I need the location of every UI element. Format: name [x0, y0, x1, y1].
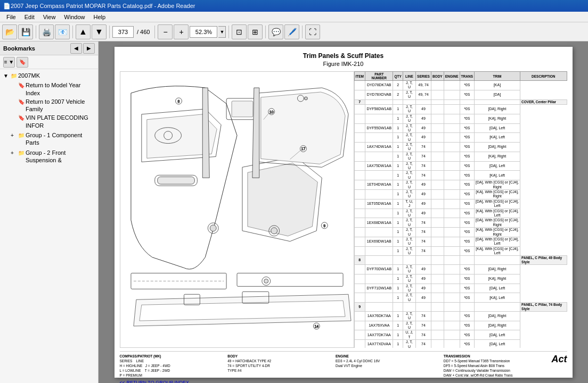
page-number-input[interactable]	[112, 26, 134, 38]
menu-view[interactable]: View	[39, 13, 60, 21]
table-cell: 1	[393, 274, 403, 284]
tree-item-return-vehicle[interactable]: 🔖 Return to 2007 Vehicle Family	[10, 97, 96, 114]
fit-page-button[interactable]: ⊡	[232, 24, 247, 39]
zoom-in-button[interactable]: +	[174, 24, 189, 39]
tree-item-group2[interactable]: + 📁 Group - 2 Front Suspension &	[10, 148, 96, 165]
table-cell: 1AX76DK7AA	[365, 311, 393, 321]
tree-item-return-model[interactable]: 🔖 Return to Model Year Index	[10, 81, 96, 97]
table-cell: 49	[416, 133, 431, 143]
table-cell: 49	[416, 209, 431, 218]
table-cell: *0S	[460, 189, 474, 199]
table-cell	[444, 321, 460, 330]
table-row: 1AX77XDVAA1J, T, U74*0S[DA], Left	[354, 340, 567, 348]
table-cell: 2	[393, 81, 403, 90]
save-button[interactable]: 💾	[18, 24, 33, 39]
expand-sidebar-button[interactable]: ▶	[83, 43, 95, 54]
table-cell: J, T, U	[403, 218, 415, 228]
table-cell	[431, 330, 444, 340]
bookmarks-header: Bookmarks ◀ ▶	[0, 41, 98, 55]
table-cell: *0S	[460, 265, 474, 274]
table-cell	[431, 114, 444, 123]
table-cell	[431, 274, 444, 284]
table-cell: *0S	[460, 293, 474, 303]
table-cell: 74	[416, 161, 431, 171]
sidebar-bookmark-button[interactable]: 🔖	[17, 57, 28, 68]
table-cell	[354, 209, 365, 218]
table-cell: 74	[416, 321, 431, 330]
document-area[interactable]: Trim Panels & Scuff Plates Figure IMK-21…	[99, 41, 588, 383]
table-cell	[444, 237, 460, 246]
table-cell	[354, 330, 365, 340]
tree-toggle-2007mk[interactable]: ▼	[3, 72, 11, 79]
table-cell	[365, 189, 393, 199]
main-area: Bookmarks ◀ ▶ ≡ ▼ 🔖 ▼ 📁 2007MK 🔖 Return …	[0, 41, 588, 383]
sidebar-options-button[interactable]: ≡ ▼	[3, 57, 15, 68]
table-cell	[431, 209, 444, 218]
sidebar-toolbar: ≡ ▼ 🔖	[0, 55, 98, 69]
menu-help[interactable]: Help	[89, 13, 110, 21]
table-cell	[431, 152, 444, 161]
fullscreen-button[interactable]: ⛶	[305, 24, 320, 39]
tree-item-group1[interactable]: + 📁 Group - 1 Component Parts	[10, 131, 96, 147]
table-cell	[365, 114, 393, 123]
col-item: ITEM	[354, 72, 365, 81]
next-page-button[interactable]: ▼	[92, 24, 107, 39]
col-desc: DESCRIPTION	[520, 72, 567, 81]
table-cell: J, T, U	[403, 209, 415, 218]
comment-button[interactable]: 💬	[268, 24, 283, 39]
table-cell	[444, 81, 460, 90]
table-cell: [KA], Left	[474, 133, 520, 143]
table-cell	[354, 114, 365, 123]
table-cell	[354, 228, 365, 237]
table-cell: *0S	[460, 104, 474, 114]
table-cell	[354, 143, 365, 152]
table-cell	[365, 274, 393, 284]
tree-toggle-group2[interactable]: +	[11, 149, 18, 156]
menu-window[interactable]: Window	[60, 13, 89, 21]
zoom-out-button[interactable]: −	[158, 24, 173, 39]
fit-width-button[interactable]: ⊞	[248, 24, 263, 39]
table-row: 1EX69DW1AB1J, T, U74*0S[DA], With [CGS] …	[354, 237, 567, 246]
table-cell: 74	[416, 171, 431, 180]
highlight-button[interactable]: 🖊️	[284, 24, 299, 39]
email-button[interactable]: 📧	[55, 24, 70, 39]
tree-toggle-group1[interactable]: +	[11, 132, 18, 139]
menu-edit[interactable]: Edit	[20, 13, 39, 21]
window-title: 2007 Jeep Compass Patriot MOPAR Parts Ca…	[11, 3, 195, 9]
table-cell	[444, 228, 460, 237]
tree-item-2007mk[interactable]: ▼ 📁 2007MK	[2, 71, 96, 80]
table-row: 7COVER, Center Pillar	[354, 99, 567, 104]
collapse-sidebar-button[interactable]: ◀	[70, 43, 82, 54]
folder-icon: 📁	[11, 72, 18, 79]
col-qty: QTY	[393, 72, 403, 81]
menu-file[interactable]: File	[2, 13, 20, 21]
return-link[interactable]: << RETURN TO GROUP INDEX	[120, 380, 567, 383]
zoom-dropdown[interactable]: ▼	[218, 26, 226, 38]
table-cell: DYF71DW1AB	[365, 284, 393, 293]
toolbar: 📂 💾 🖨️ 📧 ▲ ▼ / 460 − + ▼ ⊡ ⊞ 💬 🖊️ ⛶	[0, 22, 588, 41]
table-cell: [DA], Right	[474, 104, 520, 114]
prev-page-button[interactable]: ▲	[76, 24, 91, 39]
open-button[interactable]: 📂	[2, 24, 17, 39]
separator-4	[154, 26, 155, 38]
print-button[interactable]: 🖨️	[39, 24, 54, 39]
table-cell: [KA]	[474, 81, 520, 90]
table-cell: 49	[416, 293, 431, 303]
table-cell: 1	[393, 218, 403, 228]
table-cell: *0S	[460, 152, 474, 161]
app-icon: 📄	[3, 3, 11, 10]
tree-item-vin[interactable]: 🔖 VIN PLATE DECODING INFOR	[10, 113, 96, 130]
table-cell: [DA]	[474, 90, 520, 99]
table-cell: 1AX76XVAA	[365, 321, 393, 330]
body-74: 74 = SPORT UTILITY 4-DR	[227, 363, 336, 368]
table-cell: 49	[416, 123, 431, 133]
table-cell: 74	[416, 228, 431, 237]
table-cell: [DA], Left	[474, 123, 520, 133]
table-cell	[474, 99, 520, 104]
table-cell: 1	[393, 189, 403, 199]
table-cell: J, T, U	[403, 114, 415, 123]
table-cell: DYD78DK7AB	[365, 81, 393, 90]
zoom-input[interactable]	[190, 26, 217, 38]
col-trans: TRANS	[460, 72, 474, 81]
table-row: 1J, T, U74*0S[KA], Left	[354, 171, 567, 180]
